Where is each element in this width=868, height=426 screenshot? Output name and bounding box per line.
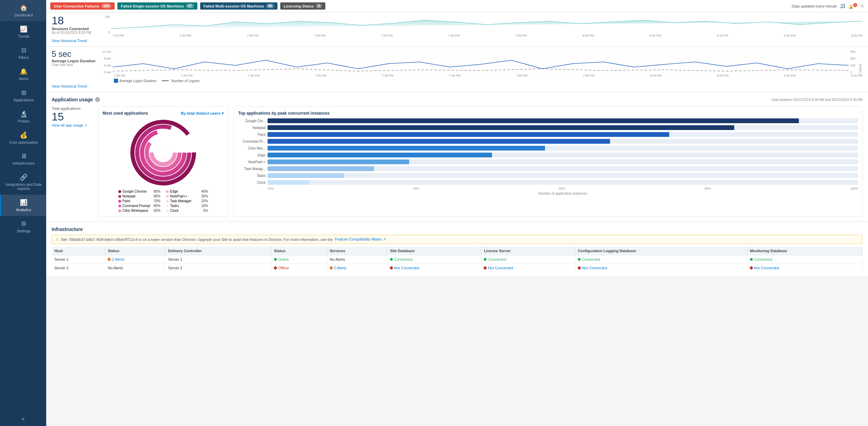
- config-log-cell: Connected: [575, 255, 747, 264]
- alerts-icon: 🔔: [20, 68, 27, 75]
- bar-label: Citrix Wor...: [238, 146, 265, 150]
- view-all-app-usage-link[interactable]: View all app usage ↗: [52, 123, 93, 128]
- sessions-view-historical-link[interactable]: View Historical Trend: [52, 39, 87, 43]
- fss-label: Failed Single-session OS Machines: [121, 4, 184, 8]
- bar-x-axis: 20%40%60%80%100%: [268, 187, 858, 190]
- sidebar-item-settings[interactable]: ⚙ Settings: [0, 216, 46, 237]
- sidebar-item-trends[interactable]: 📈 Trends: [0, 21, 46, 42]
- bar-label: Notepad: [238, 126, 265, 130]
- license-cell: Connected: [481, 255, 575, 264]
- topbar: User Connection Failures 158 Failed Sing…: [46, 0, 868, 12]
- bar-row: NotePad++: [238, 159, 858, 164]
- sidebar-item-analytics[interactable]: 📊 Analytics: [0, 195, 46, 216]
- bar-row: Task Manag...: [238, 166, 858, 171]
- refresh-icon[interactable]: 🔄: [840, 4, 845, 8]
- sidebar-item-dashboard[interactable]: 🏠 Dashboard: [0, 0, 46, 21]
- svg-point-9: [156, 146, 170, 159]
- license-link[interactable]: Not Connected: [488, 266, 513, 270]
- ls-count: 0: [316, 4, 322, 8]
- logon-view-historical-link[interactable]: View Historical Trend: [52, 84, 87, 88]
- fms-label: Failed Multi-session OS Machines: [204, 4, 264, 8]
- bar-label: Edge: [238, 153, 265, 157]
- bar-row: Command Pr...: [238, 139, 858, 144]
- alerts-link[interactable]: 2 Alerts: [112, 257, 125, 261]
- probes-icon: 🔬: [20, 110, 27, 118]
- bar-label: Command Pr...: [238, 140, 265, 143]
- sidebar-item-probes[interactable]: 🔬 Probes: [0, 106, 46, 127]
- alerts-icon-topbar[interactable]: ⚠: [860, 4, 864, 8]
- dc-cell: Server 2: [165, 264, 271, 272]
- monitoring-cell: Not Connected: [747, 264, 862, 272]
- logon-x-axis: 7:20 PM7:25 PM7:30 PM7:35 PM7:40 PM7:45 …: [114, 74, 863, 77]
- services-alerts-link[interactable]: 2 Alerts: [334, 266, 347, 270]
- col-license: License Server: [481, 247, 575, 255]
- bar-chart: Google Chr... Notepad Paint Command: [238, 118, 858, 185]
- sidebar-item-alerts[interactable]: 🔔 Alerts: [0, 64, 46, 85]
- logon-stat: 5 sec Average Logon Duration Over last h…: [52, 50, 96, 67]
- bar-axis-label: Number of application instances: [268, 192, 858, 195]
- host-status-cell: No Alerts: [105, 264, 165, 272]
- sidebar-item-label: Settings: [17, 229, 30, 233]
- sidebar-item-label: Probes: [18, 119, 30, 123]
- failed-multi-session-badge[interactable]: Failed Multi-session OS Machines 86: [200, 2, 277, 10]
- dc-status-cell: Online: [271, 255, 327, 264]
- app-usage-section: Application usage i Data between 05/22/2…: [46, 93, 868, 221]
- failed-single-session-badge[interactable]: Failed Single-session OS Machines 47: [117, 2, 197, 10]
- fms-count: 86: [266, 4, 274, 8]
- filters-icon: ⊟: [21, 47, 26, 54]
- sessions-sublabel: As of 02/16/2023 8:20 PM: [52, 31, 96, 35]
- bar-label: NotePad++: [238, 160, 265, 164]
- app-usage-date: Data between 05/22/2024 8:30 AM and 05/2…: [772, 98, 863, 102]
- trends-icon: 📈: [20, 25, 27, 33]
- site-db-cell: Not Connected: [387, 264, 481, 272]
- sidebar-item-label: Integrations and Data exports: [4, 182, 43, 191]
- bar-row: Tasks: [238, 173, 858, 178]
- infra-icon: 🖥: [21, 153, 27, 160]
- logon-legend: Average Logon Duration Number of Logons: [114, 79, 863, 83]
- sidebar-collapse-button[interactable]: «: [0, 412, 46, 426]
- services-cell: No Alerts: [327, 255, 387, 264]
- total-apps-number: 15: [52, 111, 93, 123]
- bar-label: Google Chr...: [238, 119, 265, 123]
- sidebar-item-label: Cost optimization: [9, 140, 38, 144]
- settings-icon: ⚙: [21, 220, 26, 228]
- warning-text: Site 7b8ddb37-b8b7-459f-8de0-c89dc9f712c…: [61, 237, 333, 242]
- main-content: 18 Sessions Connected As of 02/16/2023 8…: [46, 12, 868, 426]
- sidebar-item-cost-optimization[interactable]: 💰 Cost optimization: [0, 127, 46, 149]
- config-log-cell: Not Connected: [575, 264, 747, 272]
- sidebar-item-filters[interactable]: ⊟ Filters: [0, 42, 46, 64]
- bar-label: Clock: [238, 181, 265, 184]
- host-cell: Server 1: [52, 255, 105, 264]
- sidebar-item-integrations[interactable]: 🔗 Integrations and Data exports: [0, 169, 46, 195]
- host-status-cell: 2 Alerts: [105, 255, 165, 264]
- sessions-stat: 18 Sessions Connected As of 02/16/2023 8…: [52, 15, 96, 35]
- user-connection-failures-badge[interactable]: User Connection Failures 158: [50, 2, 115, 10]
- ucf-count: 158: [101, 4, 111, 8]
- sidebar-item-infrastructure[interactable]: 🖥 Infrastructure: [0, 149, 46, 169]
- bar-row: Notepad: [238, 125, 858, 130]
- feature-compatibility-link[interactable]: Feature Compatibility Matrix ↗: [335, 237, 386, 242]
- sessions-chart-area: 150 0: [102, 15, 863, 37]
- sessions-number: 18: [52, 15, 96, 26]
- notifications-icon[interactable]: 🔔1: [848, 3, 857, 9]
- site-db-cell: Connected: [387, 255, 481, 264]
- config-link[interactable]: Not Connected: [582, 266, 607, 270]
- ls-label: Licensing Status: [284, 4, 314, 8]
- app-usage-info-icon[interactable]: i: [95, 97, 100, 102]
- total-apps-label: Total applications: [52, 106, 93, 111]
- logon-chart-area: 12 sec8 sec4 sec0 sec: [100, 50, 863, 83]
- sort-dropdown[interactable]: By total distinct users ▾: [181, 111, 224, 116]
- site-db-link[interactable]: Not Connected: [394, 266, 419, 270]
- bar-row: Paint: [238, 132, 858, 137]
- logon-section: 5 sec Average Logon Duration Over last h…: [46, 47, 868, 91]
- table-row: Server 1 2 Alerts Server 1 Online No Ale…: [52, 255, 863, 264]
- bar-label: Paint: [238, 133, 265, 137]
- host-cell: Server 2: [52, 264, 105, 272]
- infra-warning: ⚠ Site 7b8ddb37-b8b7-459f-8de0-c89dc9f71…: [52, 235, 863, 244]
- ucf-label: User Connection Failures: [54, 4, 99, 8]
- col-site-db: Site Database: [387, 247, 481, 255]
- col-host: Host: [52, 247, 105, 255]
- monitoring-link[interactable]: Not Connected: [754, 266, 779, 270]
- licensing-status-badge[interactable]: Licensing Status 0: [280, 2, 325, 10]
- sidebar-item-applications[interactable]: ⊞ Applications: [0, 85, 46, 106]
